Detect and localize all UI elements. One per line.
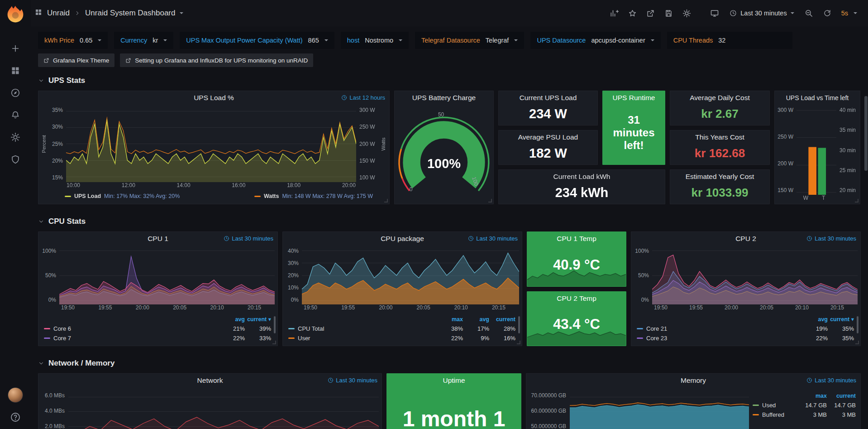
panel-title[interactable]: Estimated Yearly Cost bbox=[670, 170, 769, 183]
cpu2-chart-canvas[interactable] bbox=[652, 246, 858, 304]
breadcrumb[interactable]: Unraid Unraid System Dashboard bbox=[34, 8, 183, 19]
panel-time-range-link[interactable]: Last 30 minutes bbox=[806, 235, 856, 242]
variable-value[interactable]: 865 bbox=[308, 37, 319, 44]
panel-time-range-link[interactable]: Last 12 hours bbox=[341, 94, 385, 101]
legend-item-ups-load[interactable]: UPS Load Min: 17% Max: 32% Avg: 20% bbox=[65, 193, 180, 199]
panel-title[interactable]: Average PSU Load bbox=[499, 130, 597, 144]
panel-resize-handle[interactable] bbox=[488, 199, 492, 202]
legend-item-watts[interactable]: Watts Min: 148 W Max: 278 W Avg: 175 W bbox=[254, 193, 373, 199]
variable-ups-datasource[interactable]: UPS Datasourceapcupsd-container bbox=[530, 32, 660, 49]
section-header-cpu-stats[interactable]: CPU Stats bbox=[38, 212, 861, 231]
variable-kwh-price[interactable]: kWh Price0.65 bbox=[38, 32, 108, 49]
panel-title[interactable]: UPS Load vs Time left bbox=[775, 91, 860, 105]
legend-column-header[interactable]: current ▾ bbox=[828, 316, 854, 323]
ups-bars-canvas[interactable] bbox=[796, 106, 836, 195]
panel-time-range-link[interactable]: Last 30 minutes bbox=[806, 377, 856, 384]
section-header-ups-stats[interactable]: UPS Stats bbox=[38, 71, 861, 91]
legend-column-header[interactable]: current ▾ bbox=[245, 316, 271, 323]
scrollbar-thumb[interactable] bbox=[864, 96, 868, 171]
breadcrumb-folder[interactable]: Unraid bbox=[47, 9, 70, 18]
refresh-icon[interactable] bbox=[820, 6, 835, 20]
page-scrollbar[interactable] bbox=[864, 0, 868, 429]
panel-resize-handle[interactable] bbox=[272, 341, 276, 344]
panel-title[interactable]: UPS Battery Charge bbox=[395, 91, 493, 105]
panel-resize-handle[interactable] bbox=[855, 341, 859, 344]
variable-cpu-threads[interactable]: CPU Threads32 bbox=[667, 32, 793, 49]
legend-column-header[interactable]: max bbox=[437, 316, 463, 323]
dashboards-icon[interactable] bbox=[10, 66, 20, 76]
legend-column-header[interactable]: avg bbox=[463, 316, 489, 323]
panel-time-range-link[interactable]: Last 30 minutes bbox=[224, 235, 273, 242]
share-icon[interactable] bbox=[643, 6, 658, 20]
legend-row[interactable]: Core 722%33% bbox=[44, 333, 271, 343]
legend-row[interactable]: User22%9%16% bbox=[288, 333, 515, 343]
legend-column-header[interactable]: avg bbox=[801, 316, 828, 323]
panel-resize-handle[interactable] bbox=[384, 199, 388, 202]
variable-value[interactable]: Nostromo bbox=[365, 37, 393, 44]
panel-title[interactable]: Current UPS Load bbox=[499, 91, 597, 105]
dashboard-link[interactable]: Setting up Grafana and InfluxDB for UPS … bbox=[120, 53, 313, 67]
axis-tick: 0% bbox=[633, 297, 649, 303]
legend-row[interactable]: Core 2119%35% bbox=[637, 324, 854, 333]
panel-title[interactable]: CPU 1 Temp bbox=[527, 232, 626, 246]
legend-row[interactable]: Used14.7 GB14.7 GB bbox=[753, 400, 856, 410]
legend-column-header[interactable]: avg bbox=[219, 316, 245, 323]
variable-ups-max-output-power-capacity-watt-[interactable]: UPS Max Output Power Capacity (Watt)865 bbox=[180, 32, 334, 49]
legend-scrollbar[interactable] bbox=[274, 316, 276, 333]
settings-gear-icon[interactable] bbox=[679, 6, 694, 20]
variables-row: kWh Price0.65CurrencykrUPS Max Output Po… bbox=[38, 32, 861, 49]
user-avatar[interactable] bbox=[8, 387, 23, 403]
configuration-gear-icon[interactable] bbox=[10, 132, 20, 142]
cpu-package-chart-canvas[interactable] bbox=[302, 246, 519, 304]
time-range-picker[interactable]: Last 30 minutes bbox=[725, 6, 798, 20]
legend-scrollbar[interactable] bbox=[518, 316, 520, 333]
memory-chart-canvas[interactable] bbox=[570, 388, 749, 429]
section-header-network-memory[interactable]: Network / Memory bbox=[38, 353, 861, 373]
ups-load-chart-canvas[interactable] bbox=[66, 106, 356, 182]
dashboard-title[interactable]: Unraid System Dashboard bbox=[85, 9, 175, 18]
panel-resize-handle[interactable] bbox=[855, 199, 858, 202]
tv-mode-icon[interactable] bbox=[707, 6, 722, 20]
variable-telegraf-datasource[interactable]: Telegraf DatasourceTelegraf bbox=[415, 32, 524, 49]
star-icon[interactable] bbox=[625, 6, 640, 20]
legend-column-header[interactable]: current bbox=[489, 316, 515, 323]
panel-title[interactable]: This Years Cost bbox=[670, 130, 769, 144]
variable-value[interactable]: 0.65 bbox=[80, 37, 92, 44]
panel-time-range-link[interactable]: Last 30 minutes bbox=[328, 377, 377, 384]
legend-column-header[interactable]: current bbox=[827, 393, 856, 399]
axis-tick: 20:15 bbox=[830, 304, 844, 313]
variable-value[interactable]: kr bbox=[153, 37, 158, 44]
refresh-interval-picker[interactable]: 5s bbox=[838, 6, 861, 20]
panel-title[interactable]: Current Load kWh bbox=[499, 170, 665, 183]
dashboard-link[interactable]: Grafana Plex Theme bbox=[38, 53, 114, 67]
alerting-bell-icon[interactable] bbox=[10, 110, 20, 120]
variable-value[interactable]: apcupsd-container bbox=[591, 37, 645, 44]
panel-title[interactable]: UPS Load % bbox=[38, 91, 389, 105]
legend-row[interactable]: Core 2322%35% bbox=[637, 333, 854, 343]
cpu1-chart-canvas[interactable] bbox=[59, 246, 275, 304]
variable-currency[interactable]: Currencykr bbox=[114, 32, 173, 49]
zoom-out-icon[interactable] bbox=[801, 6, 817, 20]
panel-title[interactable]: Uptime bbox=[387, 374, 521, 387]
legend-row[interactable]: CPU Total38%17%28% bbox=[288, 324, 515, 333]
network-chart-canvas[interactable] bbox=[68, 388, 379, 429]
server-admin-shield-icon[interactable] bbox=[10, 154, 20, 164]
variable-value[interactable]: 32 bbox=[718, 37, 786, 44]
panel-title[interactable]: Average Daily Cost bbox=[670, 91, 769, 105]
legend-row[interactable]: Buffered3 MB3 MB bbox=[753, 410, 856, 419]
panel-time-range-link[interactable]: Last 30 minutes bbox=[468, 235, 518, 242]
explore-icon[interactable] bbox=[10, 88, 20, 98]
variable-value[interactable]: Telegraf bbox=[486, 37, 509, 44]
panel-title[interactable]: UPS Runtime bbox=[603, 91, 665, 105]
legend-row[interactable]: Core 621%39% bbox=[44, 324, 271, 333]
variable-host[interactable]: hostNostromo bbox=[341, 32, 409, 49]
save-icon[interactable] bbox=[661, 6, 676, 20]
legend-scrollbar[interactable] bbox=[857, 316, 858, 333]
add-panel-icon[interactable] bbox=[606, 6, 622, 20]
panel-title[interactable]: CPU 2 Temp bbox=[527, 292, 626, 305]
legend-column-header[interactable]: max bbox=[798, 393, 827, 399]
create-icon[interactable] bbox=[10, 43, 20, 53]
panel-resize-handle[interactable] bbox=[517, 341, 520, 344]
help-icon[interactable] bbox=[10, 412, 21, 423]
grafana-logo-icon[interactable] bbox=[5, 5, 25, 24]
